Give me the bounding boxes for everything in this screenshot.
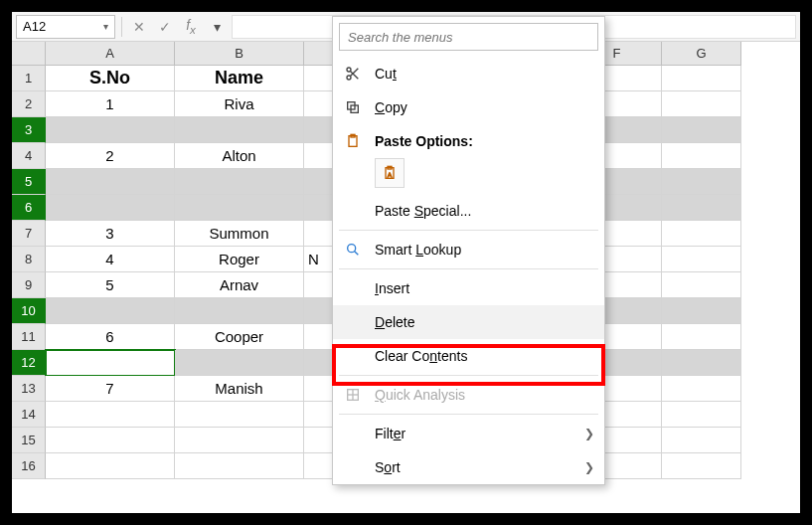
cell-A11[interactable]: 6	[46, 324, 175, 350]
cell-G1[interactable]	[662, 66, 741, 91]
row-header-7[interactable]: 7	[12, 221, 46, 247]
cell-B9[interactable]: Arnav	[175, 272, 304, 298]
menu-sort[interactable]: Sort ❯	[333, 450, 604, 484]
cell-A1[interactable]: S.No	[46, 66, 175, 91]
col-header-A[interactable]: A	[46, 42, 175, 66]
cell-G11[interactable]	[662, 324, 741, 350]
cell-B7[interactable]: Summon	[175, 221, 304, 247]
cell-G14[interactable]	[662, 402, 741, 428]
cell-G15[interactable]	[662, 428, 741, 453]
menu-paste-special[interactable]: Paste Special...	[333, 194, 604, 228]
paste-option-buttons: A	[375, 158, 604, 188]
row-header-6[interactable]: 6	[12, 195, 46, 221]
cell-A14[interactable]	[46, 402, 175, 428]
cell-A16[interactable]	[46, 453, 175, 479]
cell-A10[interactable]	[46, 298, 175, 324]
row-header-1[interactable]: 1	[12, 66, 46, 91]
fx-icon[interactable]: fx	[180, 16, 202, 38]
cell-A2[interactable]: 1	[46, 91, 175, 117]
menu-delete[interactable]: Delete	[333, 305, 604, 339]
row-header-8[interactable]: 8	[12, 247, 46, 272]
cell-B6[interactable]	[175, 195, 304, 221]
row-header-5[interactable]: 5	[12, 169, 46, 195]
divider	[121, 17, 122, 37]
cell-B16[interactable]	[175, 453, 304, 479]
row-header-9[interactable]: 9	[12, 272, 46, 298]
cell-G16[interactable]	[662, 453, 741, 479]
menu-quick-analysis-label: Quick Analysis	[375, 387, 594, 403]
cell-B12[interactable]	[175, 350, 304, 376]
cell-G6[interactable]	[662, 195, 741, 221]
cell-A3[interactable]	[46, 117, 175, 143]
cell-B11[interactable]: Cooper	[175, 324, 304, 350]
cell-A15[interactable]	[46, 428, 175, 453]
menu-cut[interactable]: Cut	[333, 57, 604, 90]
row-header-2[interactable]: 2	[12, 91, 46, 117]
cell-G9[interactable]	[662, 272, 741, 298]
cell-A9[interactable]: 5	[46, 272, 175, 298]
cell-G8[interactable]	[662, 247, 741, 272]
name-box[interactable]: A12 ▾	[16, 15, 115, 39]
cell-B1[interactable]: Name	[175, 66, 304, 91]
separator	[339, 230, 598, 231]
col-header-G[interactable]: G	[662, 42, 741, 66]
cell-A12[interactable]	[46, 350, 175, 376]
cell-B15[interactable]	[175, 428, 304, 453]
cell-A7[interactable]: 3	[46, 221, 175, 247]
menu-delete-label: Delete	[375, 314, 594, 330]
menu-insert[interactable]: Insert	[333, 271, 604, 305]
menu-clear-contents[interactable]: Clear Contents	[333, 339, 604, 373]
cell-G12[interactable]	[662, 350, 741, 376]
svg-point-0	[347, 68, 351, 72]
menu-clear-contents-label: Clear Contents	[375, 348, 594, 364]
row-header-4[interactable]: 4	[12, 143, 46, 169]
col-header-B[interactable]: B	[175, 42, 304, 66]
row-header-3[interactable]: 3	[12, 117, 46, 143]
cell-B4[interactable]: Alton	[175, 143, 304, 169]
chevron-down-icon[interactable]: ▾	[103, 21, 108, 32]
cell-A8[interactable]: 4	[46, 247, 175, 272]
cell-G5[interactable]	[662, 169, 741, 195]
cell-A6[interactable]	[46, 195, 175, 221]
menu-smart-lookup[interactable]: Smart Lookup	[333, 233, 604, 266]
paste-all-button[interactable]: A	[375, 158, 405, 188]
dropdown-icon[interactable]: ▾	[206, 16, 228, 38]
menu-search[interactable]	[339, 23, 598, 51]
cell-G2[interactable]	[662, 91, 741, 117]
cell-B8[interactable]: Roger	[175, 247, 304, 272]
row-header-12[interactable]: 12	[12, 350, 46, 376]
row-header-15[interactable]: 15	[12, 428, 46, 453]
menu-filter[interactable]: Filter ❯	[333, 417, 604, 450]
excel-window: A12 ▾ ✕ ✓ fx ▾ ABCDEFG 1S.NoName21Riva34…	[12, 12, 800, 513]
cell-B2[interactable]: Riva	[175, 91, 304, 117]
accept-formula-icon[interactable]: ✓	[154, 16, 176, 38]
menu-sort-label: Sort	[375, 459, 572, 475]
scissors-icon	[343, 66, 363, 82]
cell-A4[interactable]: 2	[46, 143, 175, 169]
row-header-14[interactable]: 14	[12, 402, 46, 428]
row-header-16[interactable]: 16	[12, 453, 46, 479]
cell-B14[interactable]	[175, 402, 304, 428]
copy-icon	[343, 99, 363, 115]
cell-B5[interactable]	[175, 169, 304, 195]
cell-B3[interactable]	[175, 117, 304, 143]
cell-A5[interactable]	[46, 169, 175, 195]
cell-G3[interactable]	[662, 117, 741, 143]
row-header-10[interactable]: 10	[12, 298, 46, 324]
cancel-formula-icon[interactable]: ✕	[128, 16, 150, 38]
cell-G10[interactable]	[662, 298, 741, 324]
cell-B10[interactable]	[175, 298, 304, 324]
menu-cut-label: Cut	[375, 66, 594, 82]
row-header-13[interactable]: 13	[12, 376, 46, 402]
cell-G4[interactable]	[662, 143, 741, 169]
select-all-corner[interactable]	[12, 42, 46, 66]
cell-G7[interactable]	[662, 221, 741, 247]
cell-B13[interactable]: Manish	[175, 376, 304, 402]
svg-point-1	[347, 76, 351, 80]
cell-A13[interactable]: 7	[46, 376, 175, 402]
menu-search-input[interactable]	[339, 23, 598, 51]
menu-copy[interactable]: Copy	[333, 90, 604, 124]
menu-filter-label: Filter	[375, 426, 572, 441]
row-header-11[interactable]: 11	[12, 324, 46, 350]
cell-G13[interactable]	[662, 376, 741, 402]
